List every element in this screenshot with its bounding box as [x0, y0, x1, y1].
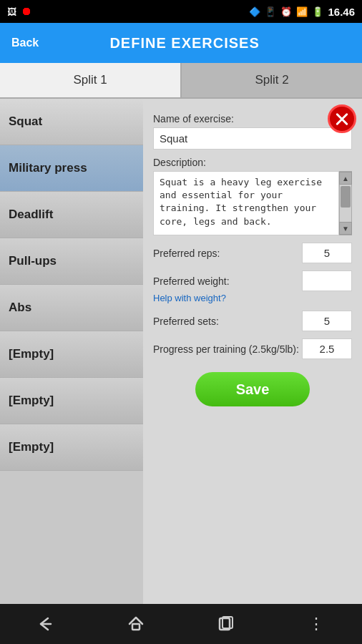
preferred-weight-label: Preferred weight: — [153, 275, 302, 287]
status-time: 16.46 — [328, 6, 355, 18]
tab-split1[interactable]: Split 1 — [0, 63, 180, 97]
save-button[interactable]: Save — [195, 372, 310, 406]
alarm-icon: ⏰ — [280, 6, 292, 17]
exercise-item-military-press[interactable]: Military press — [0, 145, 143, 192]
back-button[interactable]: Back — [0, 23, 50, 63]
status-left-icons: 🖼 ⏺ — [7, 5, 32, 18]
name-label: Name of exercise: — [153, 113, 352, 125]
exercise-list: Squat Military press Deadlift Pull-ups A… — [0, 99, 143, 604]
photo-icon: 🖼 — [7, 6, 16, 17]
bluetooth-icon: 🔷 — [249, 6, 260, 17]
description-scrollbar[interactable]: ▲ ▼ — [339, 171, 352, 235]
preferred-sets-label: Preferred sets: — [153, 316, 302, 327]
scrollbar-down-button[interactable]: ▼ — [339, 222, 352, 235]
exercise-item-squat[interactable]: Squat — [0, 99, 143, 145]
tab-split2[interactable]: Split 2 — [182, 63, 362, 97]
status-bar: 🖼 ⏺ 🔷 📱 ⏰ 📶 🔋 16.46 — [0, 0, 362, 23]
description-label: Description: — [153, 157, 352, 168]
recent-nav-icon[interactable] — [209, 607, 243, 641]
description-wrapper: Squat is a heavy leg exercise and essent… — [153, 171, 352, 235]
help-weight-link[interactable]: Help with weight? — [153, 293, 226, 303]
scrollbar-track — [340, 185, 351, 222]
app-content: Back DEFINE EXERCISES Split 1 Split 2 Sq… — [0, 23, 362, 604]
preferred-weight-input[interactable] — [302, 270, 352, 291]
preferred-reps-label: Preferred reps: — [153, 248, 302, 259]
progress-row: Progress per training (2.5kg/5lb): — [153, 338, 352, 359]
header: Back DEFINE EXERCISES — [0, 23, 362, 63]
page-title: DEFINE EXERCISES — [50, 35, 362, 52]
more-nav-icon[interactable]: ⋮ — [300, 607, 334, 641]
exercise-item-empty2[interactable]: [Empty] — [0, 378, 143, 424]
exercise-item-empty3[interactable]: [Empty] — [0, 424, 143, 471]
preferred-sets-input[interactable] — [302, 311, 352, 331]
scrollbar-thumb[interactable] — [341, 186, 351, 208]
preferred-weight-row: Preferred weight: Help with weight? — [153, 270, 352, 303]
wifi-icon: 📶 — [296, 6, 308, 17]
exercise-item-abs[interactable]: Abs — [0, 285, 143, 331]
preferred-reps-row: Preferred reps: — [153, 243, 352, 263]
svg-rect-0 — [132, 624, 140, 630]
scrollbar-up-button[interactable]: ▲ — [339, 172, 352, 185]
battery-icon: 🔋 — [312, 6, 323, 17]
detail-panel: Name of exercise: Description: Squat is … — [143, 99, 362, 604]
preferred-sets-row: Preferred sets: — [153, 311, 352, 331]
bottom-nav: ⋮ — [0, 604, 362, 644]
main-area: Squat Military press Deadlift Pull-ups A… — [0, 99, 362, 604]
sim-icon: 📱 — [265, 6, 276, 17]
progress-input[interactable] — [302, 338, 352, 359]
record-icon: ⏺ — [21, 5, 32, 18]
name-input[interactable] — [153, 127, 352, 150]
back-nav-icon[interactable] — [28, 607, 62, 641]
exercise-item-deadlift[interactable]: Deadlift — [0, 192, 143, 238]
exercise-item-empty1[interactable]: [Empty] — [0, 331, 143, 378]
exercise-item-pull-ups[interactable]: Pull-ups — [0, 238, 143, 285]
description-input[interactable]: Squat is a heavy leg exercise and essent… — [153, 171, 339, 235]
tabs: Split 1 Split 2 — [0, 63, 362, 99]
status-right-icons: 🔷 📱 ⏰ 📶 🔋 16.46 — [249, 6, 355, 18]
preferred-reps-input[interactable] — [302, 243, 352, 263]
home-nav-icon[interactable] — [119, 607, 153, 641]
progress-label: Progress per training (2.5kg/5lb): — [153, 343, 302, 355]
close-button[interactable] — [328, 104, 356, 133]
